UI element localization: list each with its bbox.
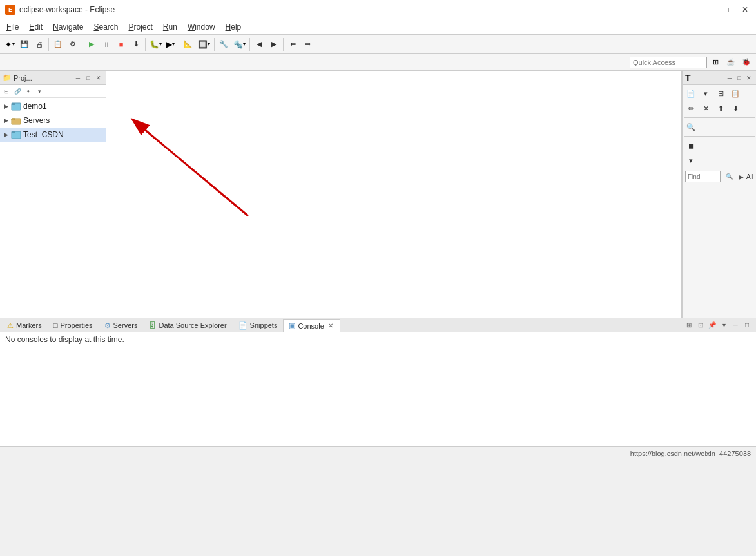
view-menu-button[interactable]: ▾ — [34, 86, 44, 97]
stop-button[interactable]: ■ — [114, 37, 128, 52]
perspective-button[interactable]: ⊞ — [708, 55, 722, 70]
menu-navigate[interactable]: Navigate — [49, 21, 87, 33]
panel-title: 📁 Proj... — [3, 73, 32, 82]
display-selected-button[interactable]: ⊡ — [695, 320, 706, 331]
menu-file[interactable]: File — [3, 21, 23, 33]
maximize-console[interactable]: □ — [742, 320, 752, 331]
tab-markers[interactable]: ⚠ Markers — [1, 319, 48, 332]
tab-console[interactable]: ▣ Console ✕ — [283, 319, 340, 332]
maximize-right-panel[interactable]: □ — [735, 73, 744, 82]
new-resource-button[interactable]: ✦ — [23, 86, 34, 97]
close-right-panel[interactable]: ✕ — [744, 73, 753, 82]
tab-servers[interactable]: ⚙ Servers — [99, 319, 144, 332]
find-expand-icon[interactable]: ▶ — [739, 173, 744, 180]
properties-button[interactable]: 📋 — [51, 37, 65, 52]
right-panel-header: T ─ □ ✕ — [683, 71, 756, 85]
rt-btn-down[interactable]: ⬇ — [728, 101, 742, 115]
tab-servers-label: Servers — [113, 321, 138, 329]
console-content: No consoles to display at this time. — [0, 332, 756, 446]
right-panel-controls: ─ □ ✕ — [725, 73, 753, 82]
minimize-right-panel[interactable]: ─ — [725, 73, 734, 82]
find-search-icon[interactable]: 🔍 — [723, 169, 736, 184]
close-panel-button[interactable]: ✕ — [94, 73, 103, 82]
menu-help[interactable]: Help — [222, 21, 246, 33]
project-panel: 📁 Proj... ─ □ ✕ ⊟ 🔗 ✦ ▾ ▶ — [0, 71, 106, 318]
link-with-editor-button[interactable]: 🔗 — [12, 86, 23, 97]
rt-btn-edit[interactable]: ✏ — [684, 101, 698, 115]
rt-btn-template[interactable]: ⊞ — [713, 86, 728, 101]
panel-title-text: Proj... — [14, 74, 32, 82]
step-button[interactable]: ⬇ — [129, 37, 143, 52]
forward-button[interactable]: ➡ — [300, 37, 315, 52]
console-dropdown[interactable]: ▾ — [719, 320, 729, 331]
prev-edit[interactable]: ◀ — [252, 37, 266, 52]
rt-btn-new[interactable]: 📄 — [684, 86, 698, 101]
minimize-console[interactable]: ─ — [730, 320, 741, 331]
next-edit[interactable]: ▶ — [267, 37, 281, 52]
rt-btn-delete[interactable]: ✕ — [699, 101, 713, 115]
quick-access-bar: ⊞ ☕ 🐞 — [0, 54, 756, 71]
quick-access-input[interactable] — [630, 57, 707, 68]
tree-item-test-csdn[interactable]: ▶ Test_CSDN — [0, 128, 106, 142]
print-button[interactable]: 🖨 — [32, 37, 46, 52]
debug-perspective[interactable]: 🐞 — [739, 55, 753, 70]
tree-item-demo1[interactable]: ▶ demo1 — [0, 99, 106, 113]
menu-run[interactable]: Run — [159, 21, 181, 33]
minimize-button[interactable]: ─ — [711, 4, 722, 15]
find-all-button[interactable]: All — [746, 173, 753, 180]
tree-label-demo1: demo1 — [23, 102, 47, 111]
right-toolbar: 📄 ▾ ⊞ 📋 ✏ ✕ ⬆ ⬇ 🔍 ◼ — [683, 85, 756, 169]
tree-item-servers[interactable]: ▶ Servers — [0, 113, 106, 128]
menu-edit[interactable]: Edit — [25, 21, 46, 33]
tab-properties[interactable]: □ Properties — [48, 319, 99, 332]
rt-btn-dropdown[interactable]: ▾ — [699, 86, 713, 101]
new-button[interactable]: ✦▾ — [3, 37, 17, 52]
console-message: No consoles to display at this time. — [5, 335, 124, 344]
run-dropdown[interactable]: ▶▾ — [164, 37, 177, 52]
right-panel-title-icon: T — [685, 73, 691, 83]
external-tools[interactable]: 🔧 — [217, 37, 231, 52]
tab-datasource[interactable]: 🗄 Data Source Explorer — [143, 319, 232, 332]
tab-console-label: Console — [298, 322, 324, 330]
tab-datasource-label: Data Source Explorer — [159, 321, 226, 329]
run-button[interactable]: ▶ — [84, 37, 99, 52]
project-icon-demo1 — [11, 101, 21, 111]
pin-button[interactable]: 📌 — [707, 320, 717, 331]
arrow-annotation — [119, 100, 261, 231]
rt-btn-search[interactable]: 🔍 — [684, 120, 698, 134]
menu-search[interactable]: Search — [90, 21, 122, 33]
rt-btn-list[interactable]: 📋 — [728, 86, 742, 101]
collapse-all-button[interactable]: ⊟ — [1, 86, 12, 97]
find-input[interactable] — [685, 171, 721, 182]
close-button[interactable]: ✕ — [739, 4, 751, 15]
window-title: eclipse-workspace - Eclipse — [19, 5, 115, 14]
right-toolbar-row3: 🔍 — [684, 120, 755, 134]
toolbar: ✦▾ 💾 🖨 📋 ⚙ ▶ ⏸ ■ ⬇ 🐛▾ ▶▾ 📐 🔲▾ 🔧 🔩▾ ◀ ▶ ⬅… — [0, 35, 756, 54]
menu-project[interactable]: Project — [124, 21, 156, 33]
debug-button[interactable]: 🐛▾ — [148, 37, 164, 52]
svg-line-6 — [132, 119, 248, 216]
perspective-dropdown[interactable]: 🔲▾ — [196, 37, 212, 52]
back-button[interactable]: ⬅ — [286, 37, 300, 52]
open-perspective[interactable]: 📐 — [181, 37, 195, 52]
right-toolbar-row4: ◼ — [684, 139, 755, 153]
maximize-button[interactable]: □ — [725, 4, 737, 15]
tools-dropdown[interactable]: 🔩▾ — [231, 37, 247, 52]
new-console-button[interactable]: ⊞ — [684, 320, 694, 331]
right-toolbar-sep — [684, 117, 755, 118]
right-toolbar-row1: 📄 ▾ ⊞ 📋 — [684, 86, 755, 101]
java-perspective[interactable]: ☕ — [724, 55, 738, 70]
expand-arrow-demo1: ▶ — [3, 103, 9, 110]
rt-btn-extra[interactable]: ◼ — [684, 139, 698, 153]
minimize-panel-button[interactable]: ─ — [73, 73, 82, 82]
pause-button[interactable]: ⏸ — [99, 37, 113, 52]
rt-btn-up[interactable]: ⬆ — [713, 101, 728, 115]
tab-snippets[interactable]: 📄 Snippets — [233, 319, 284, 332]
menu-window[interactable]: Window — [184, 21, 219, 33]
save-button[interactable]: 💾 — [17, 37, 32, 52]
rt-btn-chevron-down[interactable]: ▾ — [684, 153, 698, 168]
settings-button[interactable]: ⚙ — [66, 37, 80, 52]
workspace: 📁 Proj... ─ □ ✕ ⊟ 🔗 ✦ ▾ ▶ — [0, 71, 756, 446]
console-close-button[interactable]: ✕ — [327, 322, 334, 330]
maximize-panel-button[interactable]: □ — [84, 73, 93, 82]
